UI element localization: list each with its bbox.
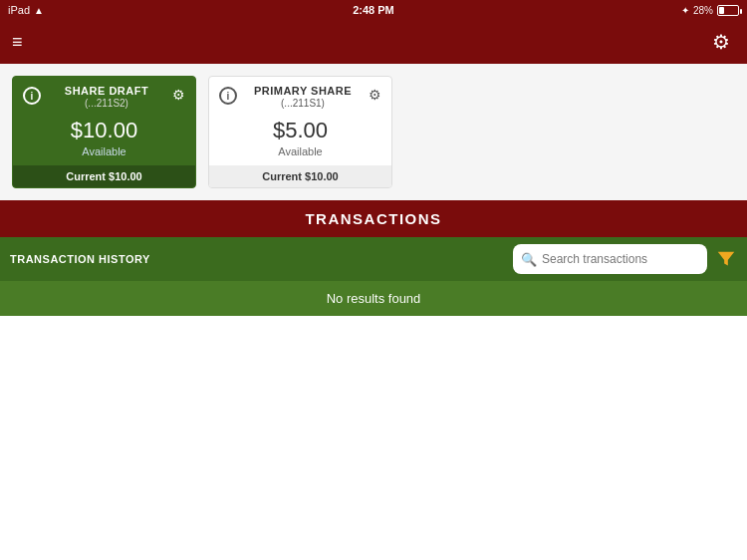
- no-results-bar: No results found: [0, 281, 747, 316]
- account-card-primary-share[interactable]: i PRIMARY SHARE (...211S1) ⚙ $5.00 Avail…: [208, 76, 392, 188]
- gear-icon-primary-share[interactable]: ⚙: [369, 87, 381, 103]
- card-name-share-draft: SHARE DRAFT: [41, 85, 172, 98]
- wifi-icon: ▲: [34, 5, 44, 16]
- info-icon-primary-share[interactable]: i: [219, 87, 237, 105]
- card-amount-primary-share: $5.00: [209, 118, 391, 143]
- card-available-share-draft: Available: [13, 145, 195, 157]
- account-card-share-draft[interactable]: i SHARE DRAFT (...211S2) ⚙ $10.00 Availa…: [12, 76, 196, 188]
- settings-icon[interactable]: ⚙: [707, 28, 735, 56]
- card-amount-share-draft: $10.00: [13, 118, 195, 143]
- transactions-header: TRANSACTIONS: [0, 200, 747, 237]
- card-footer-primary-share: Current $10.00: [209, 165, 391, 187]
- card-title-share-draft: SHARE DRAFT (...211S2): [41, 85, 172, 110]
- status-right: ✦ 28%: [681, 5, 739, 16]
- card-name-primary-share: PRIMARY SHARE: [237, 85, 369, 98]
- card-available-primary-share: Available: [209, 145, 391, 157]
- transaction-history-bar: TRANSACTION HISTORY 🔍: [0, 237, 747, 281]
- menu-icon[interactable]: ≡: [12, 32, 23, 53]
- gear-icon-share-draft[interactable]: ⚙: [172, 87, 185, 103]
- search-icon: 🔍: [521, 252, 537, 267]
- bluetooth-icon: ✦: [681, 5, 689, 16]
- no-results-text: No results found: [327, 291, 421, 306]
- search-input[interactable]: [542, 252, 699, 266]
- battery-icon: [717, 5, 739, 16]
- search-filter-group: 🔍: [513, 244, 737, 274]
- card-number-primary-share: (...211S1): [237, 98, 369, 110]
- info-icon-share-draft[interactable]: i: [23, 87, 41, 105]
- battery-pct: 28%: [693, 5, 713, 16]
- card-footer-share-draft: Current $10.00: [13, 165, 195, 187]
- status-left: iPad ▲: [8, 4, 44, 16]
- card-number-share-draft: (...211S2): [41, 98, 172, 110]
- transaction-history-label: TRANSACTION HISTORY: [10, 253, 150, 265]
- transactions-title: TRANSACTIONS: [305, 210, 441, 227]
- status-bar: iPad ▲ 2:48 PM ✦ 28%: [0, 0, 747, 20]
- search-box[interactable]: 🔍: [513, 244, 707, 274]
- status-time: 2:48 PM: [353, 4, 394, 16]
- device-label: iPad: [8, 4, 30, 16]
- cards-area: i SHARE DRAFT (...211S2) ⚙ $10.00 Availa…: [0, 64, 747, 200]
- empty-area: [0, 316, 747, 560]
- filter-icon[interactable]: [715, 248, 737, 270]
- card-title-primary-share: PRIMARY SHARE (...211S1): [237, 85, 369, 110]
- nav-bar: ≡ ⚙: [0, 20, 747, 64]
